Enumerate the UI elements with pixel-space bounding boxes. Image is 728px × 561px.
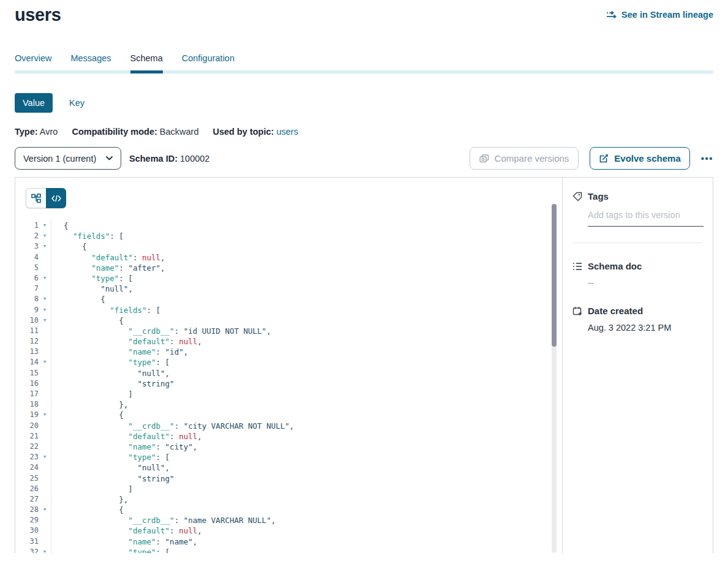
fold-toggle-icon[interactable]: ▼ [39,231,51,241]
evolve-schema-button[interactable]: Evolve schema [590,147,689,170]
tree-view-button[interactable] [26,188,46,208]
fold-toggle-icon[interactable]: ▼ [39,241,51,252]
fold-toggle-icon[interactable]: ▼ [39,547,51,553]
code-text: ] [51,484,562,494]
fold-toggle-icon[interactable]: ▼ [39,294,51,304]
code-text: "null", [51,368,562,378]
calendar-plus-icon [572,306,582,316]
schema-code-area: 1▼{2▼ "fields": [3▼ {4 "default": null,5… [15,178,562,553]
schema-id-value: 100002 [180,154,209,164]
compatibility-mode: Compatibility mode: Backward [72,127,198,137]
fold-toggle-icon[interactable]: ▼ [39,357,51,367]
line-number: 18 [15,399,39,410]
see-in-stream-lineage-link[interactable]: See in Stream lineage [606,10,713,20]
fold-spacer [39,263,51,273]
date-created-value: Aug. 3 2022 3:21 PM [588,323,703,333]
line-number: 1 [15,220,39,231]
fold-spacer [39,525,51,536]
date-created-header: Date created [572,306,703,316]
code-line: 17 ] [15,389,562,399]
chevron-down-icon [106,156,113,160]
fold-spacer [39,347,51,357]
code-line: 25 "string" [15,473,562,484]
line-number: 5 [15,263,39,273]
value-toggle-button[interactable]: Value [15,93,53,113]
code-text: "__crdb__": "name VARCHAR NULL", [51,515,562,525]
schema-action-buttons: Compare versions Evolve schema ••• [470,147,713,170]
line-number: 7 [15,284,39,294]
code-line: 2▼ "fields": [ [15,231,562,241]
code-line: 32▼ "type": [ [15,547,562,553]
tab-configuration[interactable]: Configuration [182,53,235,73]
code-text: "type": [ [51,452,562,462]
code-text: { [51,410,562,420]
schema-controls-row: Version 1 (current) Schema ID: 100002 [15,147,713,170]
schema-type-label: Type: [15,127,38,137]
code-line: 1▼{ [15,220,562,231]
fold-toggle-icon[interactable]: ▼ [39,220,51,231]
fold-spacer [39,442,51,452]
code-scrollbar-thumb[interactable] [552,204,557,347]
code-text: { [51,220,562,231]
fold-toggle-icon[interactable]: ▼ [39,305,51,315]
fold-toggle-icon[interactable]: ▼ [39,315,51,326]
fold-toggle-icon[interactable]: ▼ [39,410,51,420]
code-text: "null", [51,284,562,294]
line-number: 4 [15,252,39,263]
topic-tabs: Overview Messages Schema Configuration [15,53,713,73]
used-by-topic-link[interactable]: users [276,127,298,137]
fold-spacer [39,284,51,294]
schema-view-toggle [26,188,66,208]
line-number: 23 [15,452,39,462]
line-number: 32 [15,547,39,553]
compare-versions-button[interactable]: Compare versions [470,147,579,170]
code-text: "fields": [ [51,231,562,241]
key-toggle-link[interactable]: Key [69,98,84,108]
line-number: 19 [15,410,39,420]
more-actions-button[interactable]: ••• [701,156,713,162]
see-in-stream-lineage-label: See in Stream lineage [621,10,713,20]
tab-schema[interactable]: Schema [130,53,163,73]
code-text: "name": "name", [51,537,562,547]
page: users See in Stream lineage Overview Mes… [0,0,728,561]
tab-messages[interactable]: Messages [70,53,111,73]
fold-spacer [39,421,51,431]
code-text: "fields": [ [51,305,562,315]
code-text: }, [51,494,562,505]
line-number: 28 [15,505,39,515]
page-title: users [15,5,61,25]
code-line: 4 "default": null, [15,252,562,263]
version-select[interactable]: Version 1 (current) [15,147,121,170]
add-tags-input[interactable] [588,210,704,227]
line-number: 20 [15,421,39,431]
code-text: "null", [51,462,562,473]
fold-spacer [39,537,51,547]
code-line: 11 "__crdb__": "id UUID NOT NULL", [15,326,562,336]
code-view-button[interactable] [46,188,66,208]
schema-doc-title: Schema doc [588,261,642,271]
sidebar-divider [572,243,703,243]
compatibility-mode-label: Compatibility mode: [72,127,157,137]
line-number: 11 [15,326,39,336]
fold-toggle-icon[interactable]: ▼ [39,273,51,284]
line-number: 15 [15,368,39,378]
line-number: 9 [15,305,39,315]
fold-spacer [39,515,51,525]
code-text: "type": [ [51,357,562,367]
code-line: 9▼ "fields": [ [15,305,562,315]
code-line: 12 "default": null, [15,336,562,347]
code-scrollbar-track[interactable] [552,204,557,553]
schema-kind-toggle: Value Key [15,93,713,113]
code-text: { [51,294,562,304]
schema-type: Type: Avro [15,127,58,137]
line-number: 31 [15,537,39,547]
evolve-schema-label: Evolve schema [614,153,680,164]
stream-lineage-icon [606,10,617,19]
fold-spacer [39,462,51,473]
fold-toggle-icon[interactable]: ▼ [39,505,51,515]
schema-doc-section: Schema doc -- [572,261,703,288]
code-line: 19▼ { [15,410,562,420]
fold-toggle-icon[interactable]: ▼ [39,452,51,462]
tab-overview[interactable]: Overview [15,53,51,73]
code-text: "name": "after", [51,263,562,273]
